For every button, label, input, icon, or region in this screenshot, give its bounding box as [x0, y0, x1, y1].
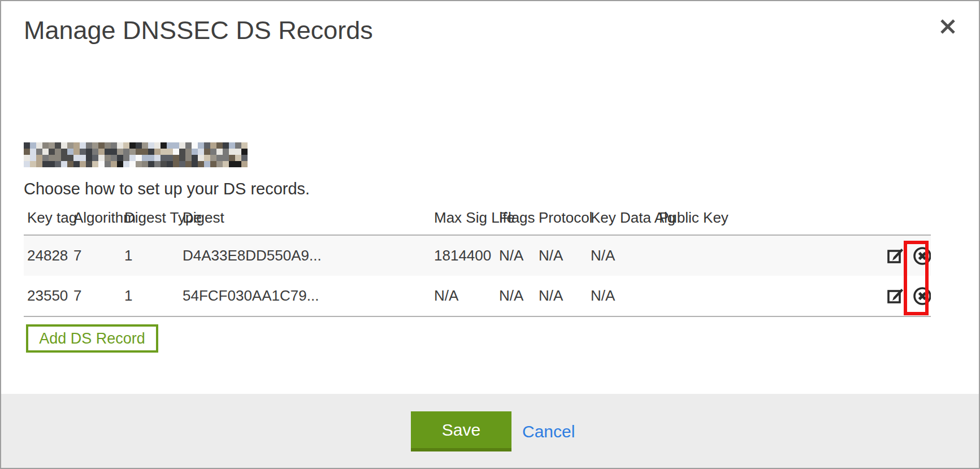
edit-pencil-icon: [887, 287, 905, 305]
cancel-link[interactable]: Cancel: [522, 411, 575, 451]
edit-record-button[interactable]: [887, 247, 905, 265]
delete-record-button[interactable]: [912, 286, 931, 306]
table-header-row: Key tag Algorithm Digest Type Digest Max…: [24, 202, 931, 235]
col-header-key-tag: Key tag: [24, 202, 70, 235]
col-header-actions: [880, 202, 931, 235]
save-button[interactable]: Save: [411, 411, 511, 451]
cell-digest-type: 1: [121, 276, 179, 316]
cell-key-data-alg: N/A: [587, 235, 656, 276]
cell-key-data-alg: N/A: [587, 276, 656, 316]
close-icon[interactable]: [938, 18, 957, 36]
cell-actions: [880, 235, 931, 276]
cell-flags: N/A: [496, 235, 535, 276]
col-header-key-data-alg: Key Data Alg: [587, 202, 656, 235]
cell-digest: D4A33E8DD550A9...: [179, 235, 431, 276]
table-row: 24828 7 1 D4A33E8DD550A9... 1814400 N/A …: [24, 235, 931, 276]
circle-x-icon: [912, 286, 931, 306]
col-header-digest-type: Digest Type: [121, 202, 179, 235]
cell-max-sig-life: N/A: [431, 276, 496, 316]
manage-dnssec-dialog: Manage DNSSEC DS Records Choose how to s…: [0, 0, 980, 469]
cell-protocol: N/A: [535, 276, 587, 316]
domain-name-redacted: [24, 142, 248, 167]
dialog-footer: Save Cancel: [1, 394, 979, 468]
add-ds-record-button[interactable]: Add DS Record: [26, 324, 158, 353]
delete-record-button[interactable]: [912, 246, 931, 266]
col-header-flags: Flags: [496, 202, 535, 235]
cell-actions: [880, 276, 931, 316]
setup-instruction-text: Choose how to set up your DS records.: [24, 180, 310, 198]
cell-key-tag: 23550: [24, 276, 70, 316]
edit-pencil-icon: [887, 247, 905, 265]
col-header-digest: Digest: [179, 202, 431, 235]
page-title: Manage DNSSEC DS Records: [24, 16, 373, 45]
cell-digest-type: 1: [121, 235, 179, 276]
col-header-algorithm: Algorithm: [70, 202, 121, 235]
cell-key-tag: 24828: [24, 235, 70, 276]
cell-digest: 54FCF030AA1C79...: [179, 276, 431, 316]
cell-flags: N/A: [496, 276, 535, 316]
close-icon-glyph: [939, 19, 956, 34]
table-row: 23550 7 1 54FCF030AA1C79... N/A N/A N/A …: [24, 276, 931, 316]
cell-algorithm: 7: [70, 235, 121, 276]
cell-max-sig-life: 1814400: [431, 235, 496, 276]
ds-records-table: Key tag Algorithm Digest Type Digest Max…: [24, 202, 931, 317]
cell-public-key: [656, 276, 880, 316]
circle-x-icon: [912, 246, 931, 266]
cell-public-key: [656, 235, 880, 276]
col-header-public-key: Public Key: [656, 202, 880, 235]
col-header-max-sig-life: Max Sig Life: [431, 202, 496, 235]
edit-record-button[interactable]: [887, 287, 905, 305]
cell-algorithm: 7: [70, 276, 121, 316]
cell-protocol: N/A: [535, 235, 587, 276]
col-header-protocol: Protocol: [535, 202, 587, 235]
